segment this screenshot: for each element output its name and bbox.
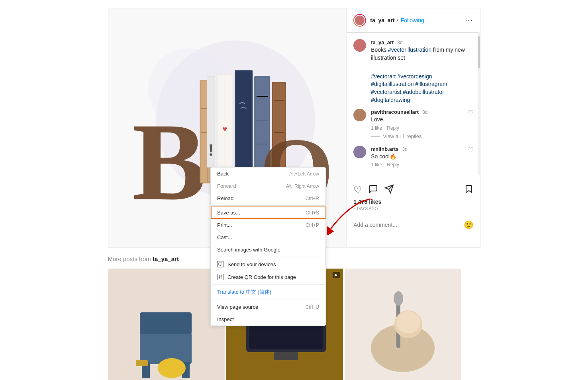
- main-comment-time: 3d: [397, 40, 402, 45]
- comment1-like-icon[interactable]: ♡: [467, 109, 474, 117]
- menu-back[interactable]: Back Alt+Left Arrow: [211, 168, 325, 180]
- comment1-reply-btn[interactable]: Reply: [387, 125, 399, 131]
- header-dot: •: [397, 17, 399, 23]
- svg-rect-16: [257, 96, 268, 97]
- share-button[interactable]: [384, 184, 394, 196]
- view-all-replies[interactable]: View all 1 replies: [371, 133, 473, 139]
- video-icon: ▶: [333, 272, 340, 278]
- menu-view-source[interactable]: View page source Ctrl+U: [211, 301, 325, 313]
- menu-save-as[interactable]: Save as... Ctrl+S: [211, 207, 325, 219]
- comment1-time: 3d: [422, 109, 427, 115]
- header-following[interactable]: Following: [401, 17, 424, 23]
- comment2-username[interactable]: mxlinb.arts: [371, 146, 398, 152]
- post-header: ta_ya_art • Following ···: [347, 8, 480, 33]
- comment1-likes: 1 like: [371, 125, 382, 131]
- svg-rect-21: [274, 100, 284, 101]
- svg-rect-31: [140, 312, 192, 334]
- menu-reload[interactable]: Reload Ctrl+R: [211, 192, 325, 205]
- comment2-actions: 1 like Reply: [371, 162, 467, 168]
- comment2-likes: 1 like: [371, 162, 382, 168]
- menu-send-devices[interactable]: Send to your devices: [211, 258, 325, 271]
- svg-point-46: [394, 291, 403, 306]
- menu-forward[interactable]: Forward Alt+Right Arrow: [211, 180, 325, 192]
- comment2-text: So cool🔥: [371, 153, 467, 161]
- comment1-actions: 1 like Reply: [371, 125, 467, 131]
- comment2-like-icon[interactable]: ♡: [467, 146, 474, 154]
- menu-cast[interactable]: Cast...: [211, 231, 325, 244]
- menu-inspect[interactable]: Inspect: [211, 313, 325, 325]
- save-button[interactable]: [464, 184, 474, 196]
- svg-rect-54: [219, 277, 220, 279]
- monitor-icon: [217, 261, 223, 267]
- comments-area: ta_ya_art 3d Books #vectorillustration f…: [347, 33, 480, 180]
- svg-rect-13: [236, 71, 251, 182]
- likes-count: 1,476 likes: [353, 199, 473, 205]
- menu-divider-4: [211, 300, 325, 300]
- comment2-reply-btn[interactable]: Reply: [387, 162, 399, 168]
- menu-divider-1: [211, 205, 325, 206]
- comment-input[interactable]: [353, 222, 463, 228]
- context-menu: Back Alt+Left Arrow Forward Alt+Right Ar…: [210, 167, 326, 326]
- svg-text:!: !: [208, 141, 213, 159]
- comment-item: mxlinb.arts 3d So cool🔥 1 like Reply ♡: [353, 146, 473, 168]
- more-post-thumb-3[interactable]: [345, 269, 461, 380]
- avatar: [353, 14, 366, 27]
- svg-rect-53: [221, 275, 222, 277]
- svg-rect-34: [136, 360, 148, 366]
- menu-divider-3: [211, 284, 325, 285]
- qr-icon: [217, 274, 223, 280]
- svg-point-48: [396, 311, 420, 333]
- svg-rect-52: [219, 275, 220, 277]
- main-commenter-username[interactable]: ta_ya_art: [371, 39, 394, 45]
- svg-point-35: [158, 358, 186, 378]
- svg-rect-39: [274, 352, 298, 360]
- comment1-text: Love.: [371, 116, 467, 124]
- header-username: ta_ya_art: [370, 17, 395, 23]
- svg-rect-58: [221, 278, 222, 279]
- emoji-button[interactable]: 🙂: [464, 220, 474, 230]
- like-button[interactable]: ♡: [353, 185, 362, 196]
- hashtags: #vectorart #vectordesign #digitalillustr…: [371, 65, 473, 104]
- menu-divider-2: [211, 257, 325, 257]
- more-post-thumb-1[interactable]: [108, 269, 225, 380]
- comment2-time: 3d: [402, 146, 407, 152]
- post-time: 5 DAYS AGO: [353, 207, 473, 211]
- menu-translate[interactable]: Translate to 中文 (简体): [211, 285, 325, 299]
- svg-rect-49: [219, 263, 222, 265]
- scrollbar-track: [478, 32, 480, 175]
- menu-search-images[interactable]: Search images with Google: [211, 244, 325, 256]
- more-options-button[interactable]: ···: [465, 16, 473, 25]
- svg-rect-57: [221, 278, 221, 279]
- comment-item: pavithracounsellart 3d Love. 1 like Repl…: [353, 109, 473, 139]
- comment-button[interactable]: [368, 184, 378, 196]
- menu-print[interactable]: Print... Ctrl+P: [211, 219, 325, 231]
- menu-qr-code[interactable]: Create QR Code for this page: [211, 271, 325, 283]
- svg-rect-56: [221, 277, 222, 278]
- post-description: ta_ya_art 3d Books #vectorillustration f…: [353, 39, 473, 104]
- comment1-username[interactable]: pavithracounsellart: [371, 109, 419, 115]
- main-comment-text: Books #vectorillustration from my new il…: [371, 46, 473, 62]
- svg-text:B: B: [132, 100, 206, 223]
- add-comment-section: 🙂: [347, 215, 480, 234]
- svg-rect-55: [221, 277, 221, 278]
- actions-bar: ♡: [347, 180, 480, 215]
- scrollbar-thumb[interactable]: [478, 36, 480, 68]
